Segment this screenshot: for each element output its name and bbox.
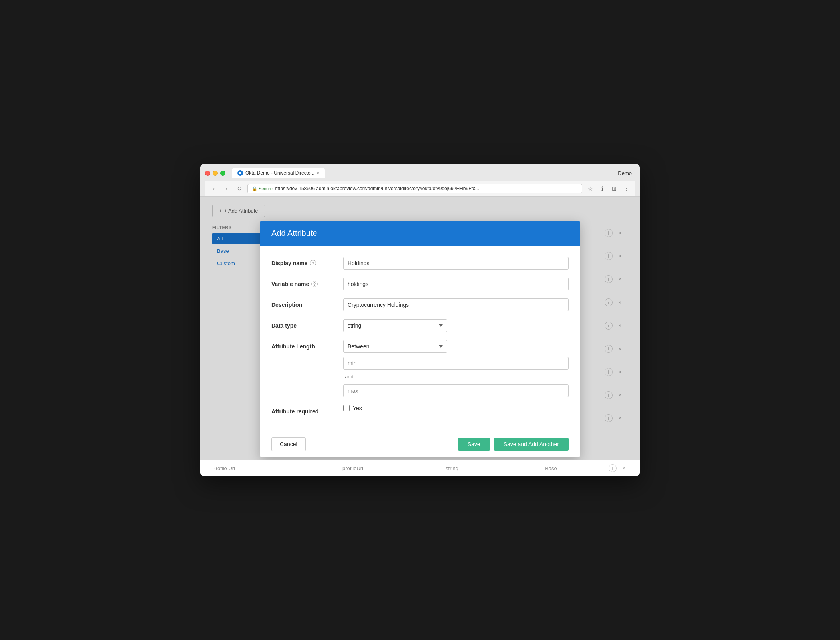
- browser-window: Okta Demo - Universal Directo... × Demo …: [200, 164, 640, 476]
- reload-button[interactable]: ↻: [235, 184, 244, 193]
- min-input[interactable]: [343, 357, 569, 370]
- maximize-button[interactable]: [220, 171, 225, 176]
- display-name-label: Display name ?: [271, 257, 335, 266]
- secure-badge: 🔒 Secure: [252, 186, 273, 191]
- modal-body: Display name ? Variable name ?: [260, 246, 580, 431]
- browser-navbar: ‹ › ↻ 🔒 Secure https://dev-158606-admin.…: [205, 181, 635, 196]
- traffic-lights: [205, 171, 225, 176]
- max-input[interactable]: [343, 384, 569, 397]
- close-tab-icon[interactable]: ×: [317, 171, 319, 175]
- and-label: and: [343, 374, 569, 380]
- bottom-close-btn[interactable]: ×: [620, 464, 628, 472]
- modal-title: Add Attribute: [271, 229, 569, 238]
- browser-titlebar: Okta Demo - Universal Directo... × Demo: [205, 168, 635, 178]
- more-icon[interactable]: ⋮: [621, 184, 631, 193]
- browser-content: + + Add Attribute FILTERS All Base Custo…: [200, 197, 640, 476]
- modal-header: Add Attribute: [260, 221, 580, 246]
- cancel-button[interactable]: Cancel: [271, 437, 306, 451]
- browser-chrome: Okta Demo - Universal Directo... × Demo …: [200, 164, 640, 197]
- bottom-col-1: Profile Url: [212, 465, 295, 471]
- address-url: https://dev-158606-admin.oktapreview.com…: [275, 186, 479, 191]
- variable-name-input[interactable]: [343, 278, 569, 290]
- forward-button[interactable]: ›: [222, 184, 231, 193]
- address-bar[interactable]: 🔒 Secure https://dev-158606-admin.oktapr…: [247, 184, 582, 193]
- svg-point-0: [239, 172, 241, 174]
- nav-icons: ☆ ℹ ⊞ ⋮: [585, 184, 631, 193]
- form-row-data-type: Data type string boolean integer number: [271, 319, 569, 332]
- bottom-col-2: profileUrl: [311, 465, 394, 471]
- footer-right-buttons: Save Save and Add Another: [458, 438, 569, 451]
- bottom-info-btn[interactable]: i: [609, 464, 617, 472]
- bookmark-icon[interactable]: ☆: [585, 184, 595, 193]
- save-button[interactable]: Save: [458, 438, 490, 451]
- modal-footer: Cancel Save Save and Add Another: [260, 431, 580, 457]
- variable-name-label: Variable name ?: [271, 278, 335, 287]
- modal-overlay: Add Attribute Display name ?: [200, 197, 640, 476]
- attribute-length-select[interactable]: Between Minimum Maximum: [343, 340, 447, 353]
- form-row-description: Description: [271, 298, 569, 311]
- attribute-required-label: Attribute required: [271, 405, 335, 415]
- bottom-col-3: string: [410, 465, 494, 471]
- close-button[interactable]: [205, 171, 210, 176]
- demo-label: Demo: [618, 170, 635, 176]
- minimize-button[interactable]: [213, 171, 218, 176]
- form-row-display-name: Display name ?: [271, 257, 569, 270]
- bottom-row-actions: i ×: [609, 464, 628, 472]
- yes-label: Yes: [353, 405, 362, 411]
- back-button[interactable]: ‹: [209, 184, 219, 193]
- between-fields: Between Minimum Maximum and: [343, 340, 569, 397]
- add-attribute-modal: Add Attribute Display name ?: [260, 221, 580, 457]
- attribute-required-checkbox[interactable]: [343, 405, 350, 411]
- lock-icon: 🔒: [252, 186, 257, 191]
- bottom-col-4: Base: [510, 465, 593, 471]
- description-input[interactable]: [343, 298, 569, 311]
- variable-name-help-icon[interactable]: ?: [311, 281, 318, 287]
- attribute-required-checkbox-row: Yes: [343, 405, 362, 411]
- display-name-help-icon[interactable]: ?: [310, 260, 316, 266]
- secure-label: Secure: [259, 186, 273, 191]
- form-row-attribute-length: Attribute Length Between Minimum Maximum…: [271, 340, 569, 397]
- data-type-label: Data type: [271, 319, 335, 329]
- form-row-attribute-required: Attribute required Yes: [271, 405, 569, 415]
- browser-tabs: Okta Demo - Universal Directo... ×: [232, 168, 618, 178]
- data-type-select[interactable]: string boolean integer number: [343, 319, 447, 332]
- description-label: Description: [271, 298, 335, 308]
- extension-icon[interactable]: ⊞: [609, 184, 619, 193]
- tab-favicon: [237, 170, 243, 176]
- attribute-length-label: Attribute Length: [271, 340, 335, 350]
- info-icon[interactable]: ℹ: [597, 184, 607, 193]
- browser-tab[interactable]: Okta Demo - Universal Directo... ×: [232, 168, 325, 178]
- bottom-table-row: Profile Url profileUrl string Base i ×: [200, 460, 640, 476]
- form-row-variable-name: Variable name ?: [271, 278, 569, 290]
- save-and-add-another-button[interactable]: Save and Add Another: [494, 438, 569, 451]
- display-name-input[interactable]: [343, 257, 569, 270]
- tab-title: Okta Demo - Universal Directo...: [245, 170, 315, 176]
